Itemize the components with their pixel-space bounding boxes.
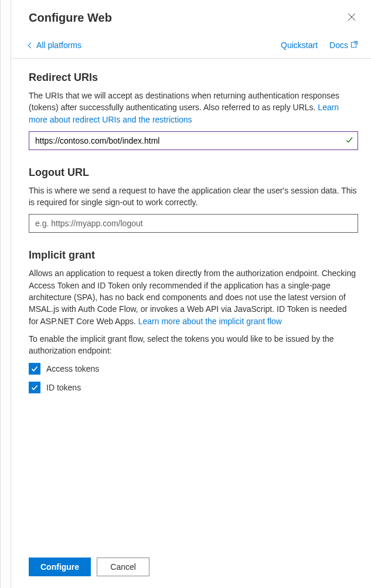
implicit-enable-text: To enable the implicit grant flow, selec… [29, 333, 358, 357]
logout-url-description: This is where we send a request to have … [29, 185, 358, 209]
access-tokens-label: Access tokens [46, 364, 99, 373]
docs-link[interactable]: Docs [329, 40, 358, 50]
id-tokens-checkbox[interactable]: ID tokens [29, 382, 358, 393]
chevron-left-icon [28, 42, 34, 48]
quickstart-link[interactable]: Quickstart [281, 40, 318, 50]
back-link-label: All platforms [36, 40, 81, 50]
checkbox-checked-icon [29, 363, 40, 375]
implicit-learn-more-link[interactable]: Learn more about the implicit grant flow [138, 317, 282, 326]
close-button[interactable] [345, 11, 358, 25]
cancel-button[interactable]: Cancel [97, 558, 149, 576]
access-tokens-checkbox[interactable]: Access tokens [29, 363, 358, 375]
close-icon [348, 13, 356, 23]
checkbox-checked-icon [29, 382, 40, 393]
external-link-icon [350, 40, 358, 50]
implicit-grant-description: Allows an application to request a token… [29, 267, 358, 327]
all-platforms-link[interactable]: All platforms [29, 40, 81, 50]
logout-url-heading: Logout URL [29, 166, 358, 179]
implicit-grant-heading: Implicit grant [29, 249, 358, 261]
docs-link-label: Docs [329, 40, 348, 50]
panel-title: Configure Web [29, 11, 112, 25]
checkmark-valid-icon [345, 135, 353, 145]
redirect-uris-description: The URIs that we will accept as destinat… [29, 90, 358, 125]
redirect-uri-input[interactable] [29, 131, 358, 150]
id-tokens-label: ID tokens [46, 383, 81, 392]
redirect-uris-heading: Redirect URIs [29, 72, 358, 84]
logout-url-input[interactable] [29, 214, 358, 233]
svg-line-3 [354, 41, 358, 45]
configure-button[interactable]: Configure [29, 558, 91, 576]
